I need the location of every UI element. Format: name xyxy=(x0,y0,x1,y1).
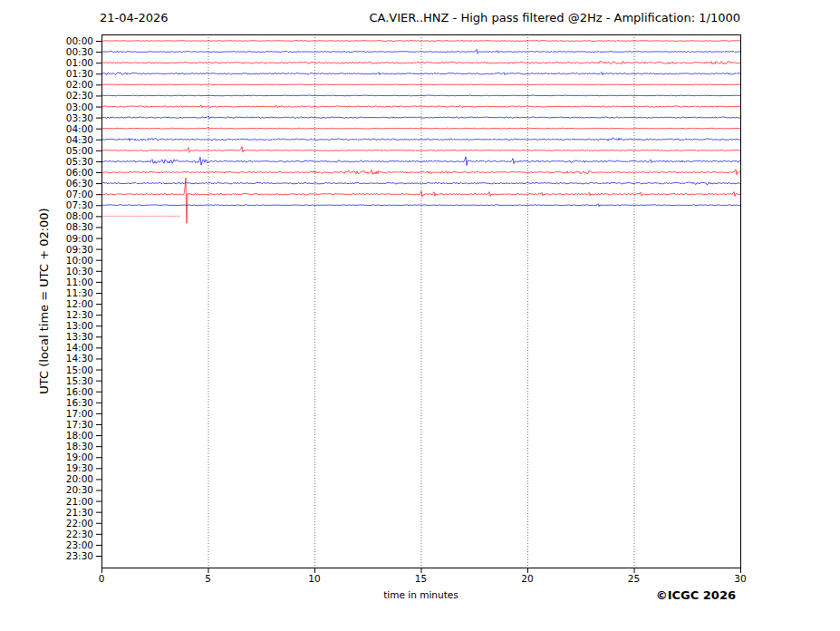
y-tick-label: 02:30 xyxy=(48,91,93,100)
y-tick-label: 14:00 xyxy=(48,343,93,352)
y-tick-label: 18:30 xyxy=(48,442,93,451)
y-tick-label: 18:00 xyxy=(48,431,93,440)
y-tick-label: 04:00 xyxy=(48,124,93,133)
y-tick-label: 14:30 xyxy=(48,354,93,363)
x-tick-label: 0 xyxy=(99,573,105,584)
trace-0200 xyxy=(101,84,740,85)
x-tick-label: 5 xyxy=(205,573,211,584)
y-tick-label: 10:00 xyxy=(48,256,93,265)
x-tick-label: 15 xyxy=(415,573,427,584)
y-tick-label: 04:30 xyxy=(48,135,93,144)
y-tick-label: 20:00 xyxy=(48,474,93,483)
y-tick-label: 11:30 xyxy=(48,288,93,297)
y-tick-label: 13:00 xyxy=(48,321,93,330)
y-tick-label: 05:00 xyxy=(48,146,93,155)
x-tick-label: 20 xyxy=(521,573,533,584)
y-tick-label: 02:00 xyxy=(48,80,93,89)
y-tick-label: 23:30 xyxy=(48,551,93,560)
trace-0230 xyxy=(101,95,740,96)
x-tick-label: 10 xyxy=(308,573,320,584)
y-tick-label: 22:30 xyxy=(48,529,93,539)
y-tick-label: 17:30 xyxy=(48,420,93,429)
y-tick-label: 23:00 xyxy=(48,540,93,549)
y-tick-label: 06:30 xyxy=(48,179,93,188)
x-axis-label: time in minutes xyxy=(101,589,740,600)
y-tick-label: 21:30 xyxy=(48,508,93,517)
y-tick-label: 10:30 xyxy=(48,267,93,276)
y-tick-label: 08:00 xyxy=(48,211,93,220)
y-tick-label: 01:30 xyxy=(48,69,93,78)
helicorder-plot xyxy=(0,0,840,631)
trace-0030 xyxy=(101,49,740,53)
trace-0530 xyxy=(101,157,740,166)
y-tick-label: 15:00 xyxy=(48,365,93,374)
helicorder-page: 21-04-2026 CA.VIER..HNZ - High pass filt… xyxy=(0,0,840,631)
y-tick-label: 19:00 xyxy=(48,452,93,461)
y-tick-label: 21:00 xyxy=(48,497,93,506)
y-tick-label: 22:00 xyxy=(48,519,93,528)
y-tick-label: 17:00 xyxy=(48,409,93,418)
y-tick-label: 08:30 xyxy=(48,222,93,231)
x-tick-label: 30 xyxy=(734,573,746,584)
y-tick-label: 20:30 xyxy=(48,485,93,494)
y-tick-label: 13:30 xyxy=(48,332,93,341)
y-tick-label: 16:00 xyxy=(48,387,93,396)
y-tick-label: 07:00 xyxy=(48,189,93,199)
y-tick-label: 06:00 xyxy=(48,168,93,177)
trace-0100 xyxy=(101,61,740,63)
y-tick-label: 11:00 xyxy=(48,277,93,286)
y-tick-label: 19:30 xyxy=(48,463,93,472)
y-tick-label: 05:30 xyxy=(48,157,93,166)
y-tick-label: 03:30 xyxy=(48,113,93,122)
y-tick-label: 09:00 xyxy=(48,234,93,243)
y-tick-label: 00:30 xyxy=(48,47,93,56)
y-tick-label: 12:00 xyxy=(48,299,93,308)
y-tick-label: 01:00 xyxy=(48,58,93,67)
y-tick-label: 15:30 xyxy=(48,376,93,385)
copyright-text: ©ICGC 2026 xyxy=(656,588,736,602)
y-tick-label: 00:00 xyxy=(48,36,93,45)
y-tick-label: 03:00 xyxy=(48,102,93,112)
y-tick-label: 12:30 xyxy=(48,310,93,319)
y-tick-label: 16:30 xyxy=(48,398,93,407)
x-tick-label: 25 xyxy=(628,573,640,584)
y-tick-label: 07:30 xyxy=(48,200,93,209)
y-tick-label: 09:30 xyxy=(48,245,93,254)
